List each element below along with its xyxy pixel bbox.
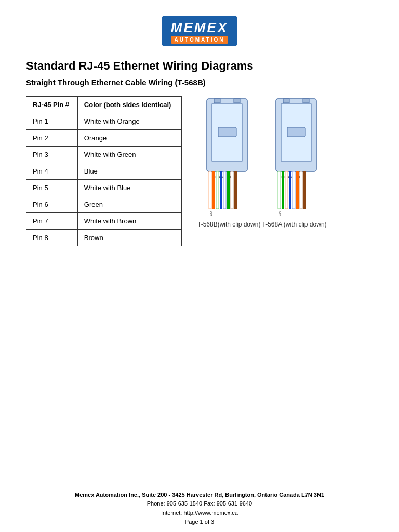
- color-label: Brown: [77, 230, 181, 246]
- pin-label: Pin 5: [26, 180, 78, 196]
- color-label: White with Brown: [77, 213, 181, 230]
- pin-label: Pin 8: [26, 230, 78, 246]
- color-label: White with Orange: [77, 113, 181, 130]
- logo-area: MEMEX AUTOMATION: [26, 16, 373, 46]
- svg-rect-11: [227, 171, 230, 209]
- svg-rect-4: [234, 99, 240, 103]
- svg-rect-29: [282, 171, 284, 209]
- svg-rect-33: [296, 171, 299, 209]
- col2-header: Color (both sides identical): [77, 97, 181, 113]
- diagram-caption: T-568B(with clip down) T-568A (with clip…: [197, 221, 327, 228]
- color-label: Green: [77, 196, 181, 213]
- col1-header: RJ-45 Pin #: [26, 97, 78, 113]
- svg-rect-26: [303, 99, 309, 103]
- color-label: White with Green: [77, 147, 181, 163]
- footer-line1: Memex Automation Inc., Suite 200 - 3425 …: [10, 490, 389, 500]
- connectors-row: 1 2 3 4 5 6 7 8: [197, 96, 326, 217]
- footer: Memex Automation Inc., Suite 200 - 3425 …: [0, 485, 399, 532]
- connector-568a: 1 2 3 4 5 6 7 8: [267, 96, 326, 217]
- pin-label: Pin 4: [26, 163, 78, 180]
- diagram-area: 1 2 3 4 5 6 7 8: [197, 96, 327, 228]
- footer-line2: Phone: 905-635-1540 Fax: 905-631-9640: [10, 499, 389, 509]
- svg-rect-8: [216, 171, 219, 209]
- connector-568b: 1 2 3 4 5 6 7 8: [197, 96, 257, 217]
- connector-568a-svg: 1 2 3 4 5 6 7 8: [267, 96, 326, 216]
- svg-rect-2: [218, 127, 236, 137]
- svg-rect-35: [303, 171, 306, 209]
- footer-line3: Internet: http://www.memex.ca: [10, 509, 389, 518]
- table-row: Pin 3White with Green: [26, 147, 182, 163]
- pin-label: Pin 2: [26, 130, 78, 147]
- svg-rect-6: [209, 171, 211, 209]
- svg-rect-9: [220, 171, 222, 209]
- svg-rect-7: [212, 171, 215, 209]
- sub-title: Straight Through Ethernet Cable Wiring (…: [26, 78, 373, 87]
- svg-rect-12: [231, 171, 233, 209]
- table-row: Pin 5White with Blue: [26, 180, 182, 196]
- table-row: Pin 7White with Brown: [26, 213, 182, 230]
- pin-label: Pin 3: [26, 147, 78, 163]
- table-row: Pin 8Brown: [26, 230, 182, 246]
- table-row: Pin 2Orange: [26, 130, 182, 147]
- main-title: Standard RJ-45 Ethernet Wiring Diagrams: [26, 59, 373, 73]
- logo-box: MEMEX AUTOMATION: [162, 16, 237, 46]
- svg-rect-32: [292, 171, 295, 209]
- connector-568b-svg: 1 2 3 4 5 6 7 8: [197, 96, 257, 216]
- svg-rect-31: [289, 171, 291, 209]
- svg-rect-30: [285, 171, 288, 209]
- svg-rect-24: [287, 127, 305, 137]
- table-row: Pin 4Blue: [26, 163, 182, 180]
- svg-text:W/O: W/O: [209, 211, 212, 216]
- color-label: Orange: [77, 130, 181, 147]
- content-area: RJ-45 Pin # Color (both sides identical)…: [26, 96, 373, 246]
- table-row: Pin 6Green: [26, 196, 182, 213]
- svg-rect-3: [214, 99, 220, 103]
- logo-text: MEMEX: [171, 21, 228, 34]
- page: MEMEX AUTOMATION Standard RJ-45 Ethernet…: [0, 0, 399, 532]
- footer-line4: Page 1 of 3: [10, 517, 389, 527]
- svg-rect-25: [283, 99, 289, 103]
- svg-text:W/G: W/G: [278, 211, 282, 216]
- table-row: Pin 1White with Orange: [26, 113, 182, 130]
- pin-label: Pin 7: [26, 213, 78, 230]
- color-label: White with Blue: [77, 180, 181, 196]
- svg-rect-13: [234, 171, 237, 209]
- svg-rect-28: [278, 171, 281, 209]
- color-label: Blue: [77, 163, 181, 180]
- pin-label: Pin 1: [26, 113, 78, 130]
- pin-label: Pin 6: [26, 196, 78, 213]
- logo-sub: AUTOMATION: [171, 36, 228, 44]
- wiring-table: RJ-45 Pin # Color (both sides identical)…: [26, 96, 182, 246]
- svg-rect-10: [223, 171, 226, 209]
- svg-rect-34: [300, 171, 302, 209]
